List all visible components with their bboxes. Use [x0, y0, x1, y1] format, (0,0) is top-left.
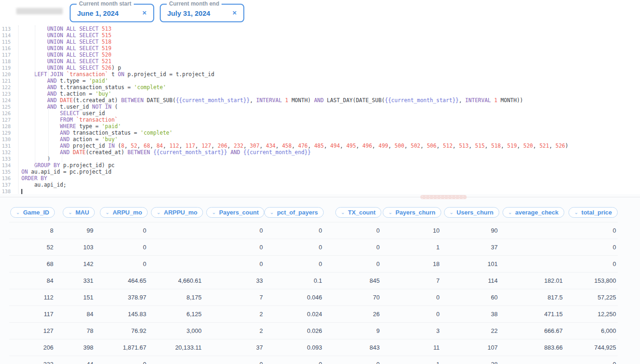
table-cell: 33 — [203, 273, 264, 289]
table-cell: 2 — [203, 323, 264, 339]
line-number: 127 — [0, 117, 18, 123]
column-header-pct_of_payers: ⌄pct_of_payers — [264, 204, 324, 222]
column-header-average_check: ⌄average_check — [499, 204, 564, 222]
text-cursor — [21, 189, 22, 194]
code-line: AND project_id IN (8, 52, 68, 84, 112, 1… — [21, 143, 640, 149]
column-label: ARPU_mo — [112, 209, 142, 216]
table-cell: 0 — [324, 356, 381, 364]
param-end-value[interactable]: July 31, 2024 — [167, 9, 210, 17]
code-line: ORDER BY — [21, 175, 640, 182]
table-cell: 3,000 — [148, 323, 203, 339]
chevron-down-icon: ⌄ — [508, 210, 512, 215]
table-cell: 84 — [9, 273, 55, 289]
column-header-payers_churn: ⌄Payers_churn — [381, 204, 441, 222]
chevron-down-icon: ⌄ — [68, 210, 72, 215]
table-cell: 0 — [564, 356, 618, 364]
table-cell: 0.046 — [264, 289, 324, 306]
column-sort-button-pct_of_payers[interactable]: ⌄pct_of_payers — [264, 207, 324, 218]
table-cell: 22 — [441, 323, 499, 339]
column-sort-button-tx_count[interactable]: ⌄TX_count — [335, 207, 381, 218]
column-sort-button-total_price[interactable]: ⌄total_price — [568, 207, 617, 218]
table-cell: 70 — [324, 289, 381, 306]
param-current-month-start[interactable]: Current month start June 1, 2024 ✕ — [70, 4, 154, 22]
table-cell: 0 — [324, 222, 381, 239]
code-line: GROUP BY p.project_id) pc — [21, 162, 640, 169]
column-header-payers_count: ⌄Payers_count — [203, 204, 264, 222]
table-cell: 0 — [203, 256, 264, 273]
table-cell — [148, 356, 203, 364]
table-cell: 0.024 — [264, 306, 324, 323]
line-number: 113 — [0, 26, 18, 32]
table-cell: 0.026 — [264, 323, 324, 339]
table-cell — [499, 222, 564, 239]
table-cell: 744,925 — [564, 339, 618, 356]
line-number: 133 — [0, 156, 18, 162]
table-cell: 107 — [441, 339, 499, 356]
table-cell: 112 — [9, 289, 55, 306]
table-cell: 0 — [264, 356, 324, 364]
table-cell: 7 — [203, 289, 264, 306]
column-sort-button-mau[interactable]: ⌄MAU — [63, 207, 95, 218]
table-cell: 0 — [203, 356, 264, 364]
table-cell: 1 — [381, 356, 441, 364]
code-line: AND t.transaction_status = 'complete' — [21, 84, 640, 91]
table-cell: 99 — [55, 222, 95, 239]
param-start-value[interactable]: June 1, 2024 — [77, 9, 118, 17]
pane-resize-handle[interactable] — [420, 195, 467, 199]
sql-editor[interactable]: 1131141151161171181191201211221231241251… — [0, 24, 640, 194]
column-sort-button-payers_churn[interactable]: ⌄Payers_churn — [383, 207, 441, 218]
column-sort-button-average_check[interactable]: ⌄average_check — [503, 207, 564, 218]
column-sort-button-game_id[interactable]: ⌄Game_ID — [10, 207, 55, 218]
editor-gutter: 1131141151161171181191201211221231241251… — [0, 26, 19, 194]
table-cell: 1 — [381, 239, 441, 256]
table-cell: 0 — [324, 239, 381, 256]
table-cell: 10 — [381, 222, 441, 239]
clear-icon[interactable]: ✕ — [142, 10, 147, 16]
table-cell — [499, 256, 564, 273]
clear-icon[interactable]: ✕ — [232, 10, 237, 16]
table-row: 2063981,871.6720,133.11370.0938431110788… — [9, 339, 618, 356]
code-line: AND action = 'buy' — [21, 136, 640, 143]
pane-divider — [0, 197, 640, 197]
table-cell: 84 — [55, 306, 95, 323]
table-cell: 44 — [55, 356, 95, 364]
code-line: AND t.type = 'paid' — [21, 78, 640, 84]
line-number: 117 — [0, 52, 18, 58]
table-cell: 103 — [55, 239, 95, 256]
code-line: AND t.action = 'buy' — [21, 91, 640, 97]
table-cell: 142 — [55, 256, 95, 273]
table-row: 5210300001370 — [9, 239, 618, 256]
line-number: 120 — [0, 71, 18, 78]
chevron-down-icon: ⌄ — [450, 210, 453, 215]
column-label: pct_of_payers — [277, 209, 318, 216]
line-number: 125 — [0, 104, 18, 110]
column-sort-button-payers_count[interactable]: ⌄Payers_count — [206, 207, 264, 218]
line-number: 131 — [0, 143, 18, 149]
table-cell: 52 — [9, 239, 55, 256]
table-cell: 0 — [324, 256, 381, 273]
code-line: WHERE type = 'paid' — [21, 123, 640, 130]
table-cell: 114 — [441, 273, 499, 289]
line-number: 121 — [0, 78, 18, 84]
line-number: 116 — [0, 45, 18, 52]
line-number: 118 — [0, 58, 18, 65]
table-cell: 78 — [55, 323, 95, 339]
column-sort-button-arppu_mo[interactable]: ⌄ARPPU_mo — [151, 207, 203, 218]
table-cell: 398 — [55, 339, 95, 356]
chevron-down-icon: ⌄ — [105, 210, 109, 215]
editor-code[interactable]: UNION ALL SELECT 513 UNION ALL SELECT 51… — [21, 26, 640, 194]
table-cell: 12,250 — [564, 306, 618, 323]
table-cell: 0 — [95, 222, 148, 239]
param-current-month-end[interactable]: Current month end July 31, 2024 ✕ — [160, 4, 244, 22]
column-label: Users_churn — [457, 209, 493, 216]
table-cell: 68 — [9, 256, 55, 273]
line-number: 129 — [0, 130, 18, 136]
table-cell: 0 — [264, 239, 324, 256]
line-number: 137 — [0, 182, 18, 188]
line-number: 130 — [0, 136, 18, 143]
results-table: ⌄Game_ID⌄MAU⌄ARPU_mo⌄ARPPU_mo⌄Payers_cou… — [9, 204, 618, 364]
table-cell: 471.15 — [499, 306, 564, 323]
column-sort-button-arpu_mo[interactable]: ⌄ARPU_mo — [100, 207, 148, 218]
column-sort-button-users_churn[interactable]: ⌄Users_churn — [444, 207, 499, 218]
line-number: 122 — [0, 84, 18, 91]
